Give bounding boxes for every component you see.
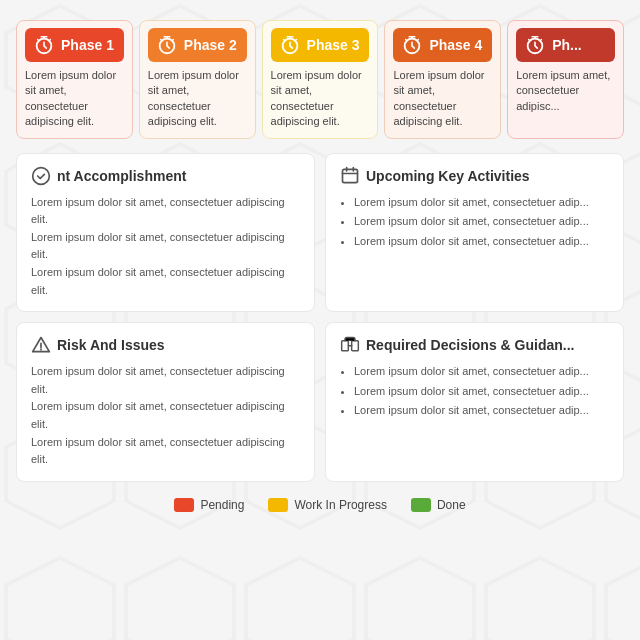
- accomplishment-title-text: nt Accomplishment: [57, 168, 186, 184]
- phase2-body: Lorem ipsum dolor sit amet, consectetuer…: [148, 68, 247, 130]
- svg-point-5: [33, 167, 50, 184]
- para-line: Lorem ipsum dolor sit amet, consectetuer…: [31, 363, 300, 398]
- upcoming-title-text: Upcoming Key Activities: [366, 168, 530, 184]
- phase4-body: Lorem ipsum dolor sit amet, consectetuer…: [393, 68, 492, 130]
- phase4-header: Phase 4: [393, 28, 492, 62]
- list-item: Lorem ipsum dolor sit amet, consectetuer…: [354, 363, 609, 381]
- section-risk: Risk And Issues Lorem ipsum dolor sit am…: [16, 322, 315, 482]
- phase5-label: Ph...: [552, 37, 582, 53]
- phase3-body: Lorem ipsum dolor sit amet, consectetuer…: [271, 68, 370, 130]
- decisions-icon: [340, 335, 360, 355]
- svg-rect-8: [352, 341, 359, 351]
- phase3-header: Phase 3: [271, 28, 370, 62]
- phases-row: Phase 1 Lorem ipsum dolor sit amet, cons…: [16, 20, 624, 139]
- para-line: Lorem ipsum dolor sit amet, consectetuer…: [31, 194, 300, 229]
- section-upcoming: Upcoming Key Activities Lorem ipsum dolo…: [325, 153, 624, 313]
- svg-rect-7: [342, 341, 349, 351]
- phase2-label: Phase 2: [184, 37, 237, 53]
- upcoming-title: Upcoming Key Activities: [340, 166, 609, 186]
- legend-color-pending: [174, 498, 194, 512]
- upcoming-body: Lorem ipsum dolor sit amet, consectetuer…: [340, 194, 609, 251]
- para-line: Lorem ipsum dolor sit amet, consectetuer…: [31, 264, 300, 299]
- phase-card-phase5: Ph... Lorem ipsum amet, consectetuer adi…: [507, 20, 624, 139]
- section-accomplishment: nt Accomplishment Lorem ipsum dolor sit …: [16, 153, 315, 313]
- risk-body: Lorem ipsum dolor sit amet, consectetuer…: [31, 363, 300, 469]
- para-line: Lorem ipsum dolor sit amet, consectetuer…: [31, 229, 300, 264]
- phase4-timer-icon: [401, 34, 423, 56]
- accomplishment-body: Lorem ipsum dolor sit amet, consectetuer…: [31, 194, 300, 300]
- list-item: Lorem ipsum dolor sit amet, consectetuer…: [354, 194, 609, 212]
- list-item: Lorem ipsum dolor sit amet, consectetuer…: [354, 383, 609, 401]
- decisions-body: Lorem ipsum dolor sit amet, consectetuer…: [340, 363, 609, 420]
- phase-card-phase3: Phase 3 Lorem ipsum dolor sit amet, cons…: [262, 20, 379, 139]
- risk-icon: [31, 335, 51, 355]
- legend-color-done: [411, 498, 431, 512]
- phase4-label: Phase 4: [429, 37, 482, 53]
- legend-item-done: Done: [411, 498, 466, 512]
- para-line: Lorem ipsum dolor sit amet, consectetuer…: [31, 434, 300, 469]
- decisions-title-text: Required Decisions & Guidan...: [366, 337, 574, 353]
- phase2-header: Phase 2: [148, 28, 247, 62]
- phase-card-phase4: Phase 4 Lorem ipsum dolor sit amet, cons…: [384, 20, 501, 139]
- legend-color-wip: [268, 498, 288, 512]
- decisions-title: Required Decisions & Guidan...: [340, 335, 609, 355]
- list-item: Lorem ipsum dolor sit amet, consectetuer…: [354, 233, 609, 251]
- phase1-header: Phase 1: [25, 28, 124, 62]
- bottom-sections: nt Accomplishment Lorem ipsum dolor sit …: [16, 153, 624, 482]
- phase3-label: Phase 3: [307, 37, 360, 53]
- legend: Pending Work In Progress Done: [16, 494, 624, 512]
- risk-title: Risk And Issues: [31, 335, 300, 355]
- phase-card-phase1: Phase 1 Lorem ipsum dolor sit amet, cons…: [16, 20, 133, 139]
- page-container: Phase 1 Lorem ipsum dolor sit amet, cons…: [0, 0, 640, 522]
- phase1-timer-icon: [33, 34, 55, 56]
- legend-item-pending: Pending: [174, 498, 244, 512]
- risk-title-text: Risk And Issues: [57, 337, 165, 353]
- legend-item-wip: Work In Progress: [268, 498, 386, 512]
- phase-card-phase2: Phase 2 Lorem ipsum dolor sit amet, cons…: [139, 20, 256, 139]
- section-decisions: Required Decisions & Guidan... Lorem ips…: [325, 322, 624, 482]
- phase5-header: Ph...: [516, 28, 615, 62]
- list-item: Lorem ipsum dolor sit amet, consectetuer…: [354, 213, 609, 231]
- phase5-body: Lorem ipsum amet, consectetuer adipisc..…: [516, 68, 615, 114]
- accomplishment-title: nt Accomplishment: [31, 166, 300, 186]
- accomplishment-icon: [31, 166, 51, 186]
- phase1-body: Lorem ipsum dolor sit amet, consectetuer…: [25, 68, 124, 130]
- list-item: Lorem ipsum dolor sit amet, consectetuer…: [354, 402, 609, 420]
- para-line: Lorem ipsum dolor sit amet, consectetuer…: [31, 398, 300, 433]
- legend-label-pending: Pending: [200, 498, 244, 512]
- legend-label-done: Done: [437, 498, 466, 512]
- phase5-timer-icon: [524, 34, 546, 56]
- legend-label-wip: Work In Progress: [294, 498, 386, 512]
- phase3-timer-icon: [279, 34, 301, 56]
- phase1-label: Phase 1: [61, 37, 114, 53]
- phase2-timer-icon: [156, 34, 178, 56]
- upcoming-icon: [340, 166, 360, 186]
- svg-rect-6: [343, 169, 358, 182]
